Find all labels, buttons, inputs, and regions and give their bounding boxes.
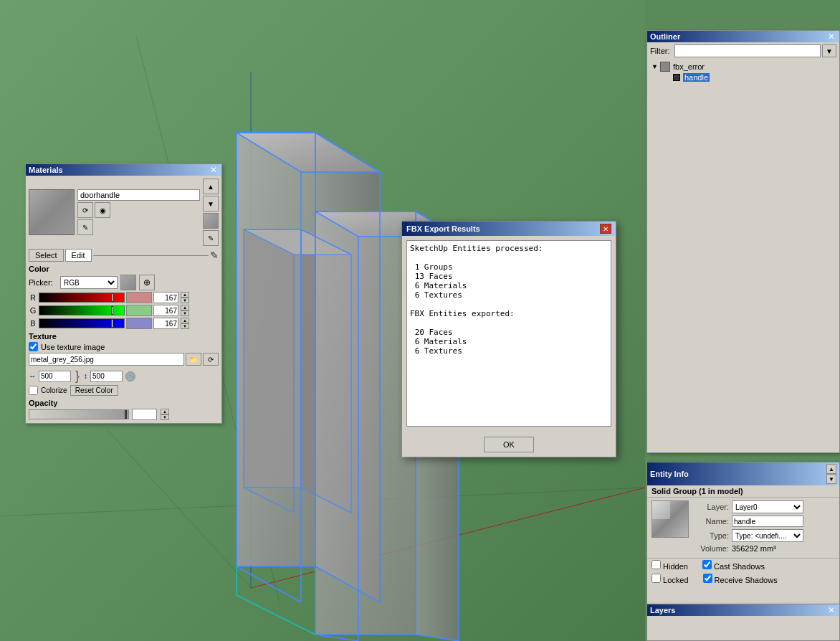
material-nav-prev[interactable]: ▲ xyxy=(203,179,219,194)
name-row: Name: xyxy=(693,516,835,527)
picker-row: Picker: RGB HSB HLS ⊕ xyxy=(29,275,219,290)
r-spin-up[interactable]: ▲ xyxy=(181,292,189,298)
eyedropper-button[interactable]: ⊕ xyxy=(139,275,155,290)
b-spin-up[interactable]: ▲ xyxy=(181,318,189,323)
fbx-results-text[interactable]: SketchUp Entities processed: 1 Groups 13… xyxy=(406,240,611,427)
reset-color-button[interactable]: Reset Color xyxy=(70,385,118,396)
picker-select[interactable]: RGB HSB HLS xyxy=(60,276,118,289)
g-spin-up[interactable]: ▲ xyxy=(181,305,189,310)
r-channel-row: R 167 ▲ ▼ xyxy=(29,292,219,303)
locked-row: Locked xyxy=(652,574,689,584)
filter-label: Filter: xyxy=(650,47,673,55)
opacity-spin-up[interactable]: ▲ xyxy=(161,409,169,414)
fbx-dialog-footer: OK xyxy=(402,432,616,457)
b-value-input[interactable]: 167 xyxy=(153,318,178,329)
b-slider[interactable] xyxy=(39,318,125,328)
entity-info-panel: Entity Info ▲ ▼ Solid Group (1 in model)… xyxy=(646,462,840,609)
layers-close-button[interactable]: ✕ xyxy=(826,606,836,614)
materials-title: Materials xyxy=(29,166,63,174)
b-channel-row: B 167 ▲ ▼ xyxy=(29,318,219,329)
width-icon: ↔ xyxy=(29,372,36,380)
colorize-label: Colorize xyxy=(41,386,67,394)
material-btn-3[interactable]: ✎ xyxy=(77,219,93,235)
opacity-label: Opacity xyxy=(29,399,219,407)
material-btn-1[interactable]: ⟳ xyxy=(77,202,93,218)
g-spin-down[interactable]: ▼ xyxy=(181,310,189,316)
color-swatch-button[interactable] xyxy=(120,275,136,290)
opacity-spinner: ▲ ▼ xyxy=(161,409,169,420)
outliner-panel: Outliner ✕ Filter: ▼ ▼ fbx_error handle xyxy=(646,30,840,453)
volume-label: Volume: xyxy=(693,544,729,553)
tree-item-handle[interactable]: handle xyxy=(650,72,836,82)
b-spinner: ▲ ▼ xyxy=(181,318,189,329)
layer-select[interactable]: Layer0 xyxy=(732,500,803,513)
texture-browse-button[interactable]: 📁 xyxy=(186,353,201,366)
entity-checkboxes-2: Locked Receive Shadows xyxy=(647,572,839,586)
tab-select[interactable]: Select xyxy=(29,249,64,262)
material-nav-next[interactable]: ▼ xyxy=(203,196,219,212)
layers-panel: Layers ✕ xyxy=(646,604,840,641)
layers-title: Layers xyxy=(650,606,675,614)
height-icon: ↕ xyxy=(84,372,87,380)
filter-input[interactable] xyxy=(674,44,821,57)
material-name-input[interactable] xyxy=(77,189,200,201)
entity-form: Layer: Layer0 Name: Type: Type: <undefi.… xyxy=(693,500,835,555)
cast-shadows-row: Cast Shadows xyxy=(702,560,765,571)
r-value-input[interactable]: 167 xyxy=(153,292,178,303)
layers-titlebar: Layers ✕ xyxy=(647,604,839,616)
receive-shadows-checkbox[interactable] xyxy=(703,574,712,583)
link-icon: } xyxy=(75,369,80,384)
fbx-ok-button[interactable]: OK xyxy=(484,437,534,452)
texture-file-input[interactable] xyxy=(29,353,184,366)
g-slider[interactable] xyxy=(39,305,125,315)
material-sample-btn[interactable]: ✎ xyxy=(203,230,219,246)
tree-item-fbx-error[interactable]: ▼ fbx_error xyxy=(650,61,836,72)
tab-edit[interactable]: Edit xyxy=(65,249,92,262)
texture-section-label: Texture xyxy=(29,332,219,341)
cast-shadows-checkbox[interactable] xyxy=(702,560,712,569)
r-spin-down[interactable]: ▼ xyxy=(181,298,189,303)
opacity-spin-down[interactable]: ▼ xyxy=(161,414,169,420)
opacity-value-input[interactable]: 100 xyxy=(132,409,157,420)
g-channel-row: G 167 ▲ ▼ xyxy=(29,305,219,316)
fbx-dialog-close-button[interactable]: ✕ xyxy=(600,224,611,234)
outliner-close-button[interactable]: ✕ xyxy=(826,32,836,41)
materials-panel: Materials ✕ ⟳ ◉ ✎ ▲ ▼ ✎ Select xyxy=(25,163,222,424)
entity-checkboxes: Hidden Cast Shadows xyxy=(647,558,839,572)
colorize-row: Colorize Reset Color xyxy=(29,385,219,396)
r-color-preview xyxy=(126,292,152,303)
fbx-dialog-title: FBX Export Results xyxy=(406,224,480,233)
materials-content: ⟳ ◉ ✎ ▲ ▼ ✎ Select Edit ✎ Color Picker: xyxy=(26,176,221,423)
texture-file-row: 📁 ⟳ xyxy=(29,353,219,366)
r-slider[interactable] xyxy=(39,293,125,303)
hidden-checkbox[interactable] xyxy=(652,560,661,569)
g-value-input[interactable]: 167 xyxy=(153,305,178,316)
materials-close-button[interactable]: ✕ xyxy=(209,166,219,174)
fbx-dialog-content: SketchUp Entities processed: 1 Groups 13… xyxy=(402,236,616,432)
outliner-title: Outliner xyxy=(650,32,680,41)
entity-scroll-up[interactable]: ▲ xyxy=(826,464,836,474)
pencil-icon[interactable]: ✎ xyxy=(210,250,219,261)
texture-height-input[interactable] xyxy=(90,371,123,382)
material-color-preview xyxy=(203,213,219,229)
locked-checkbox[interactable] xyxy=(652,574,661,583)
use-texture-checkbox[interactable] xyxy=(29,342,38,351)
name-label: Name: xyxy=(693,517,729,526)
picker-label: Picker: xyxy=(29,278,57,287)
material-btn-2[interactable]: ◉ xyxy=(95,202,110,218)
b-spin-down[interactable]: ▼ xyxy=(181,323,189,329)
material-side-buttons: ▲ ▼ ✎ xyxy=(203,179,219,246)
colorize-checkbox[interactable] xyxy=(29,386,38,395)
name-input[interactable] xyxy=(732,516,803,527)
filter-button[interactable]: ▼ xyxy=(822,44,836,57)
texture-width-input[interactable] xyxy=(39,371,71,382)
opacity-slider[interactable] xyxy=(29,409,129,419)
entity-thumbnail xyxy=(652,500,689,538)
type-select[interactable]: Type: <undefi.... xyxy=(732,529,803,542)
texture-reload-button[interactable]: ⟳ xyxy=(203,353,219,366)
texture-size-row: ↔ } ↕ 🔗 xyxy=(29,369,219,384)
group-icon xyxy=(673,74,680,81)
entity-scroll-down[interactable]: ▼ xyxy=(826,474,836,484)
entity-titlebar: Entity Info ▲ ▼ xyxy=(647,462,839,485)
material-thumbnail xyxy=(29,189,75,235)
